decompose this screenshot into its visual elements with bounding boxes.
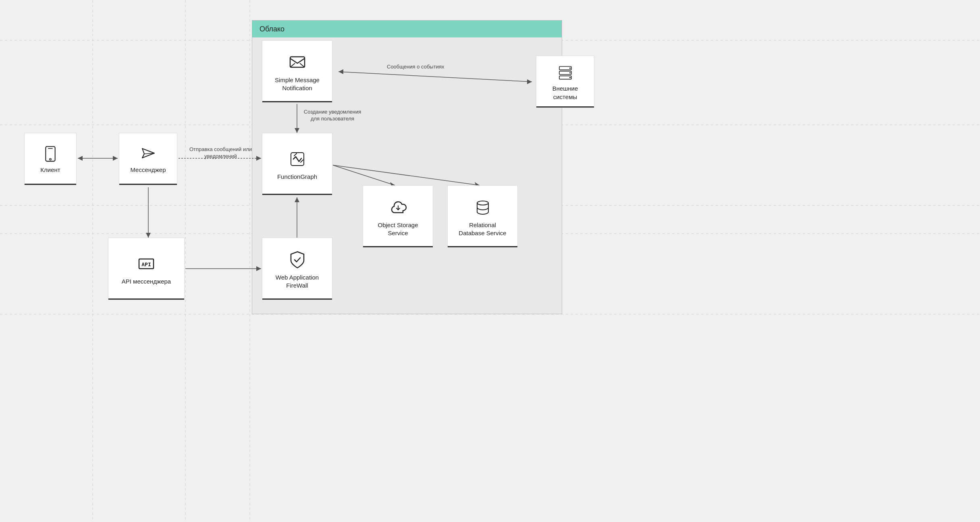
database-icon — [473, 198, 492, 217]
smn-label: Simple Message Notification — [268, 76, 326, 93]
label-event-messages: Сообщения о событиях — [387, 64, 444, 70]
service-functiongraph: FunctionGraph — [262, 133, 332, 195]
service-api: API API мессенджера — [108, 238, 185, 300]
service-external: Внешние системы — [536, 56, 594, 108]
mobile-icon — [42, 146, 58, 162]
waf-label: Web ApplicationFireWall — [276, 273, 319, 290]
messenger-label: Мессенджер — [130, 166, 166, 174]
service-waf: Web ApplicationFireWall — [262, 238, 332, 300]
svg-marker-19 — [146, 233, 151, 238]
rds-label: RelationalDatabase Service — [459, 221, 506, 238]
send-icon — [140, 146, 156, 162]
oss-label: Object StorageService — [378, 221, 418, 238]
service-messenger: Мессенджер — [119, 133, 177, 185]
shield-icon — [288, 250, 307, 269]
server-icon — [557, 64, 573, 81]
message-icon — [288, 53, 307, 72]
cloud-storage-icon — [388, 198, 408, 217]
label-send-messages: Отправка сообщений или уведомлений — [185, 146, 256, 160]
svg-point-34 — [50, 159, 51, 160]
svg-point-32 — [477, 201, 488, 205]
service-client: Клиент — [24, 133, 77, 185]
label-create-notification: Создание уведомления для пользователя — [300, 109, 365, 122]
svg-text:API: API — [141, 261, 151, 267]
external-label: Внешние системы — [542, 85, 588, 101]
svg-line-30 — [300, 63, 305, 67]
svg-line-29 — [290, 63, 295, 67]
cloud-region-header: Облако — [252, 21, 562, 37]
svg-marker-16 — [78, 156, 83, 161]
svg-marker-17 — [113, 156, 118, 161]
service-rds: RelationalDatabase Service — [447, 185, 518, 248]
api-icon: API — [137, 254, 156, 273]
svg-point-42 — [569, 68, 571, 69]
svg-point-44 — [569, 77, 571, 78]
service-smn: Simple Message Notification — [262, 40, 332, 103]
cloud-title: Облако — [260, 25, 284, 33]
diagram-container: Облако Сообще — [0, 0, 980, 522]
service-oss: Object StorageService — [363, 185, 433, 248]
svg-point-43 — [569, 72, 571, 73]
function-icon — [288, 149, 307, 169]
client-label: Клиент — [40, 166, 60, 174]
api-label: API мессенджера — [122, 278, 171, 286]
fg-label: FunctionGraph — [277, 173, 317, 181]
